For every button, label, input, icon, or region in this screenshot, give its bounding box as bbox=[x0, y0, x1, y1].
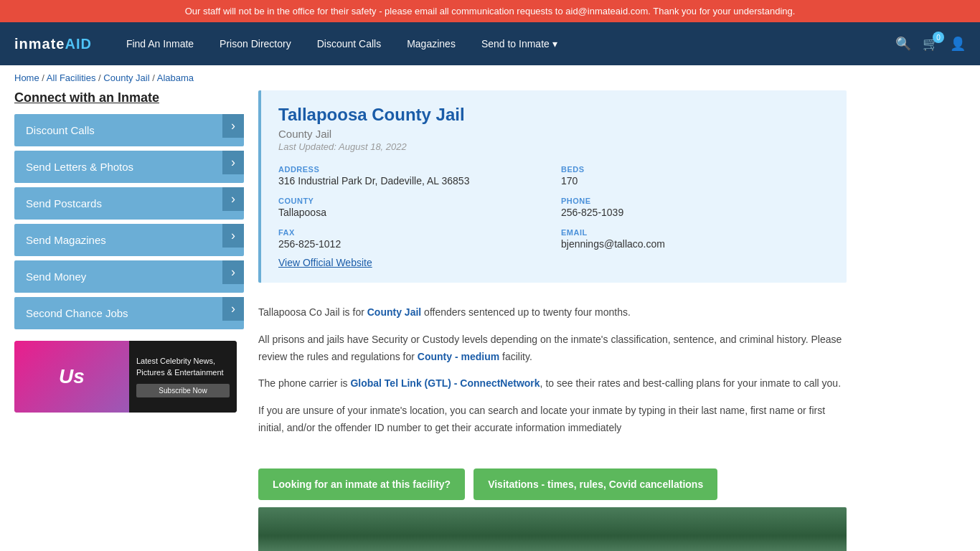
cart-button[interactable]: 🛒 0 bbox=[923, 36, 938, 52]
fax-block: FAX 256-825-1012 bbox=[278, 228, 547, 250]
sidebar-magazines-button[interactable]: Send Magazines › bbox=[14, 224, 244, 256]
chevron-right-icon: › bbox=[222, 151, 244, 174]
gtl-link[interactable]: Global Tel Link (GTL) - ConnectNetwork bbox=[350, 377, 540, 389]
ad-tagline: Latest Celebrity News, Pictures & Entert… bbox=[136, 356, 230, 378]
desc-para4: If you are unsure of your inmate's locat… bbox=[258, 402, 847, 437]
desc-para1-before: Tallapoosa Co Jail is for bbox=[258, 306, 367, 318]
county-jail-link[interactable]: County Jail bbox=[367, 306, 421, 318]
main-content: Tallapoosa County Jail County Jail Last … bbox=[258, 90, 847, 551]
user-icon: 👤 bbox=[950, 37, 966, 51]
breadcrumb-county-jail[interactable]: County Jail bbox=[103, 72, 149, 83]
desc-para2-before: All prisons and jails have Security or C… bbox=[258, 334, 842, 362]
nav-prison-directory[interactable]: Prison Directory bbox=[207, 22, 304, 65]
chevron-right-icon: › bbox=[222, 297, 244, 321]
desc-para1-after: offenders sentenced up to twenty four mo… bbox=[421, 306, 631, 318]
address-value: 316 Industrial Park Dr, Dadeville, AL 36… bbox=[278, 175, 547, 187]
breadcrumb-alabama[interactable]: Alabama bbox=[157, 72, 194, 83]
facility-type: County Jail bbox=[278, 128, 829, 140]
logo-main: inmate bbox=[14, 36, 65, 52]
nav-magazines[interactable]: Magazines bbox=[394, 22, 468, 65]
sidebar-discount-calls-label: Discount Calls bbox=[26, 124, 95, 136]
email-value: bjennings@tallaco.com bbox=[561, 238, 829, 250]
sidebar-postcards-label: Send Postcards bbox=[26, 197, 102, 209]
sidebar-title: Connect with an Inmate bbox=[14, 90, 244, 105]
main-layout: Connect with an Inmate Discount Calls › … bbox=[0, 90, 861, 551]
beds-value: 170 bbox=[561, 175, 829, 187]
logo-aid: AID bbox=[65, 36, 91, 52]
sidebar-jobs-label: Second Chance Jobs bbox=[26, 307, 128, 319]
sidebar-money-label: Send Money bbox=[26, 270, 86, 283]
beds-label: BEDS bbox=[561, 165, 829, 174]
visitation-cta-button[interactable]: Visitations - times, rules, Covid cancel… bbox=[473, 468, 717, 500]
email-label: EMAIL bbox=[561, 228, 829, 237]
desc-para3-after: , to see their rates and best-calling pl… bbox=[540, 377, 841, 389]
logo-text: inmateAID bbox=[14, 36, 92, 52]
address-label: ADDRESS bbox=[278, 165, 547, 174]
facility-image bbox=[258, 507, 847, 551]
find-inmate-cta-button[interactable]: Looking for an inmate at this facility? bbox=[258, 468, 465, 500]
sidebar: Connect with an Inmate Discount Calls › … bbox=[14, 90, 244, 551]
main-nav: Find An Inmate Prison Directory Discount… bbox=[113, 22, 895, 65]
sidebar-postcards-button[interactable]: Send Postcards › bbox=[14, 187, 244, 220]
ad-logo: Us bbox=[14, 341, 129, 413]
breadcrumb-all-facilities[interactable]: All Facilities bbox=[47, 72, 96, 83]
facility-updated: Last Updated: August 18, 2022 bbox=[278, 141, 829, 152]
desc-para1: Tallapoosa Co Jail is for County Jail of… bbox=[258, 304, 847, 321]
logo[interactable]: inmateAID bbox=[14, 36, 92, 52]
header: inmateAID Find An Inmate Prison Director… bbox=[0, 22, 980, 65]
email-block: EMAIL bjennings@tallaco.com bbox=[561, 228, 829, 250]
sidebar-magazines-label: Send Magazines bbox=[26, 234, 106, 246]
phone-value: 256-825-1039 bbox=[561, 207, 829, 218]
county-value: Tallapoosa bbox=[278, 207, 547, 218]
desc-para2-after: facility. bbox=[499, 351, 532, 362]
breadcrumb: Home / All Facilities / County Jail / Al… bbox=[0, 65, 980, 90]
search-button[interactable]: 🔍 bbox=[895, 36, 911, 52]
nav-icons: 🔍 🛒 0 👤 bbox=[895, 36, 966, 52]
chevron-right-icon: › bbox=[222, 187, 244, 211]
official-website-link[interactable]: View Official Website bbox=[278, 257, 372, 268]
phone-block: PHONE 256-825-1039 bbox=[561, 197, 829, 218]
search-icon: 🔍 bbox=[895, 37, 911, 51]
nav-discount-calls[interactable]: Discount Calls bbox=[304, 22, 394, 65]
ad-text-area: Latest Celebrity News, Pictures & Entert… bbox=[129, 341, 237, 413]
facility-name: Tallapoosa County Jail bbox=[278, 105, 829, 125]
chevron-right-icon: › bbox=[222, 260, 244, 284]
ad-inner: Us Latest Celebrity News, Pictures & Ent… bbox=[14, 341, 237, 413]
sidebar-jobs-button[interactable]: Second Chance Jobs › bbox=[14, 297, 244, 329]
user-button[interactable]: 👤 bbox=[950, 36, 966, 52]
chevron-right-icon: › bbox=[222, 114, 244, 138]
sidebar-money-button[interactable]: Send Money › bbox=[14, 260, 244, 293]
sidebar-letters-button[interactable]: Send Letters & Photos › bbox=[14, 151, 244, 183]
breadcrumb-home[interactable]: Home bbox=[14, 72, 39, 83]
facility-card: Tallapoosa County Jail County Jail Last … bbox=[258, 90, 847, 283]
phone-label: PHONE bbox=[561, 197, 829, 205]
nav-find-inmate[interactable]: Find An Inmate bbox=[113, 22, 207, 65]
sidebar-letters-label: Send Letters & Photos bbox=[26, 161, 133, 173]
facility-description: Tallapoosa Co Jail is for County Jail of… bbox=[258, 297, 847, 454]
county-block: COUNTY Tallapoosa bbox=[278, 197, 547, 218]
cart-badge: 0 bbox=[933, 32, 944, 43]
desc-para3: The phone carrier is Global Tel Link (GT… bbox=[258, 375, 847, 392]
alert-text: Our staff will not be in the office for … bbox=[185, 6, 796, 17]
desc-para3-before: The phone carrier is bbox=[258, 377, 350, 389]
ad-subscribe-button[interactable]: Subscribe Now bbox=[136, 384, 230, 397]
fax-label: FAX bbox=[278, 228, 547, 237]
sidebar-discount-calls-button[interactable]: Discount Calls › bbox=[14, 114, 244, 146]
chevron-right-icon: › bbox=[222, 224, 244, 248]
alert-banner: Our staff will not be in the office for … bbox=[0, 0, 980, 22]
fax-value: 256-825-1012 bbox=[278, 238, 547, 250]
beds-block: BEDS 170 bbox=[561, 165, 829, 187]
info-grid: ADDRESS 316 Industrial Park Dr, Dadevill… bbox=[278, 165, 829, 250]
county-medium-link[interactable]: County - medium bbox=[418, 351, 499, 362]
cta-buttons: Looking for an inmate at this facility? … bbox=[258, 468, 847, 500]
desc-para2: All prisons and jails have Security or C… bbox=[258, 331, 847, 366]
nav-send-to-inmate[interactable]: Send to Inmate ▾ bbox=[468, 22, 570, 65]
address-block: ADDRESS 316 Industrial Park Dr, Dadevill… bbox=[278, 165, 547, 187]
advertisement: Us Latest Celebrity News, Pictures & Ent… bbox=[14, 341, 237, 413]
county-label: COUNTY bbox=[278, 197, 547, 205]
